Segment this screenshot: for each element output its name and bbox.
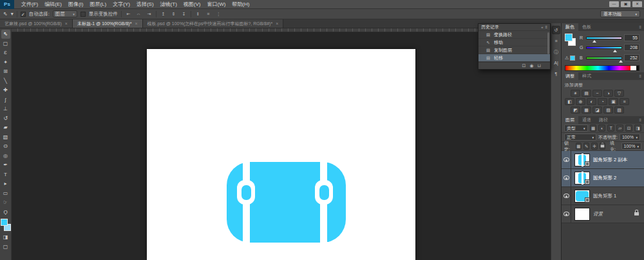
tab-color[interactable]: 颜色 [562,23,578,31]
visibility-eye-icon[interactable] [564,194,569,198]
color-balance-icon[interactable]: ⊕ [576,98,585,105]
delete-state-icon[interactable]: ⊔ [538,63,541,68]
tool-blur[interactable]: ʘ [1,142,10,151]
align-left-edges-icon[interactable]: ⇤ [125,10,132,17]
layer-thumbnail[interactable] [574,208,590,221]
tool-brush[interactable]: ʃ [1,95,10,105]
properties-panel-icon[interactable]: ≡ [552,37,560,45]
history-step-nudge-selected[interactable]: ▤ 轻移 [478,54,550,62]
spectrum-gradient[interactable] [565,66,630,70]
tool-gradient[interactable]: ▧ [1,133,10,142]
menu-filter[interactable]: 滤镜(T) [157,0,180,9]
document-tab-3[interactable]: 模板.psd @ 100%(怎样在ps中快速画出行李箱图标?, RGB/8#)*… [143,19,284,28]
menu-type[interactable]: 文字(Y) [109,0,133,9]
document-tab-2-active[interactable]: 未标题-1 @ 100%(RGB/8)* × [73,19,143,28]
white-chip[interactable] [630,66,636,70]
align-vertical-centers-icon[interactable]: ⇕ [170,10,177,17]
scrollbar[interactable] [547,32,549,54]
panel-menu-icon[interactable]: ≡ [639,23,644,31]
selective-color-icon[interactable]: ▨ [614,106,624,114]
tool-rectangle-shape[interactable]: ▭ [1,189,10,198]
menu-view[interactable]: 视图(V) [180,0,204,9]
tool-hand[interactable]: ☞ [1,198,10,207]
gradient-map-icon[interactable]: ▧ [603,106,613,114]
panel-menu-icon[interactable]: ≡ [545,25,547,29]
foreground-color-swatch[interactable] [1,219,8,226]
tab-styles[interactable]: 样式 [578,72,595,80]
close-icon[interactable]: × [135,19,137,28]
tool-preset-caret-icon[interactable]: ▾ [11,11,14,17]
channel-mixer-icon[interactable]: ▣ [609,98,618,105]
tool-move[interactable]: ⇖ [1,30,10,39]
tab-channels[interactable]: 通道 [578,116,595,124]
red-value-field[interactable]: 55 [624,34,639,41]
menu-image[interactable]: 图像(I) [65,0,87,9]
channel-B-thumb[interactable] [619,60,623,63]
lock-transparency-icon[interactable]: ▦ [576,143,582,150]
tool-zoom[interactable]: Ϙ [1,208,10,217]
filter-adjustment-layers-icon[interactable]: ◐ [598,125,605,132]
tool-lasso[interactable]: Ɛ [1,48,10,57]
tool-spot-healing[interactable]: ✚ [1,86,10,95]
character-panel-icon[interactable]: A| [552,59,560,67]
layer-thumbnail[interactable] [574,190,590,203]
auto-select-dropdown[interactable]: 图层 ▾ [53,10,77,17]
close-icon[interactable]: × [65,19,68,28]
tool-path-selection[interactable]: ▸ [1,179,10,188]
document-tab-1[interactable]: 艺麻辣.psd @ 100%(RGB/8) × [0,19,73,28]
panel-menu-icon[interactable]: ≡ [639,116,644,124]
visibility-eye-icon[interactable] [564,212,569,216]
menu-edit[interactable]: 编辑(E) [41,0,65,9]
history-step-transform-path[interactable]: ▤ 变换路径 [478,31,550,39]
layer-row-background[interactable]: 背景 [562,205,644,223]
filter-shape-layers-icon[interactable]: ▱ [616,125,623,132]
tool-pen[interactable]: ✒ [1,161,10,170]
close-icon[interactable]: × [276,19,278,28]
history-step-move[interactable]: ⇖ 移动 [478,39,550,46]
distribute-vertical-icon[interactable]: ≡ [205,10,212,17]
minimize-button[interactable]: — [609,1,619,7]
layer-thumbnail[interactable] [574,154,590,166]
invert-icon[interactable]: ◩ [571,106,580,114]
fill-field[interactable]: 100% ▾ [621,143,641,150]
black-chip[interactable] [636,66,639,70]
color-lookup-icon[interactable]: ≡ [620,98,629,105]
levels-icon[interactable]: ▤ [582,90,591,97]
exposure-icon[interactable]: ◑ [603,90,613,97]
menu-window[interactable]: 窗口(W) [204,0,229,9]
menu-help[interactable]: 帮助(H) [229,0,252,9]
photo-filter-icon[interactable]: ◔ [598,98,607,105]
tool-clone-stamp[interactable]: ⊥ [1,105,10,114]
lock-position-icon[interactable]: ✛ [591,143,597,150]
new-document-from-state-icon[interactable]: ⊡ [522,63,526,68]
channel-G-thumb[interactable] [613,50,617,52]
channel-R-thumb[interactable] [592,40,596,43]
move-tool-icon[interactable]: ⇖ [3,11,8,17]
blue-slider[interactable] [586,57,622,59]
threshold-icon[interactable]: ◪ [592,106,602,114]
workspace-switcher[interactable]: 基本功能 ▾ [600,10,640,17]
tool-rectangular-marquee[interactable]: ▢ [1,39,10,48]
paragraph-panel-icon[interactable]: ¶ [552,70,560,78]
show-transform-checkbox[interactable] [80,12,86,17]
distribute-horizontal-icon[interactable]: ‖ [194,10,202,17]
tool-quick-selection[interactable]: ✦ [1,58,10,67]
menu-layer[interactable]: 图层(L) [86,0,109,9]
blue-value-field[interactable]: 252 [624,54,639,61]
layer-row-rounded-rect-2-copy[interactable]: 圆角矩形 2 副本 [562,151,644,169]
align-horizontal-centers-icon[interactable]: ⇔ [135,10,142,17]
filter-type-dropdown[interactable]: 类型 ▾ [564,125,588,132]
curves-icon[interactable]: ~ [592,90,602,97]
align-right-edges-icon[interactable]: ⇥ [146,10,153,17]
brightness-contrast-icon[interactable]: ☀ [571,90,580,97]
history-panel-icon[interactable]: ↺ [552,26,560,34]
info-panel-icon[interactable]: ⓘ [552,48,560,56]
lock-all-icon[interactable] [600,143,605,150]
menu-select[interactable]: 选择(S) [133,0,157,9]
new-snapshot-icon[interactable]: ◉ [529,63,533,68]
align-bottom-edges-icon[interactable]: ↧ [180,10,187,17]
panel-menu-icon[interactable]: ≡ [639,72,644,80]
color-spectrum-ramp[interactable] [565,65,639,71]
filter-toggle-icon[interactable]: ◨ [634,125,641,132]
visibility-eye-icon[interactable] [564,157,569,162]
